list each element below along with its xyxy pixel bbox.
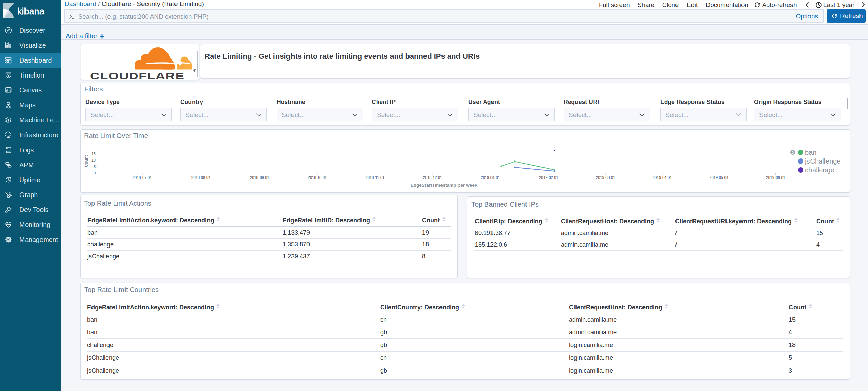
svg-text:2019-03-01: 2019-03-01 (596, 175, 615, 180)
svg-text:2018-09-01: 2018-09-01 (250, 175, 269, 180)
svg-text:2019-05-01: 2019-05-01 (710, 175, 729, 180)
svg-text:2019-02-01: 2019-02-01 (539, 175, 558, 180)
svg-text:2018-11-01: 2018-11-01 (366, 175, 384, 180)
svg-text:2018-12-01: 2018-12-01 (423, 175, 442, 180)
svg-text:10: 10 (91, 158, 96, 162)
svg-text:2019-06-01: 2019-06-01 (766, 175, 785, 180)
svg-text:2018-10-01: 2018-10-01 (308, 175, 327, 180)
svg-text:2018-08-01: 2018-08-01 (191, 175, 211, 180)
svg-text:2019-04-01: 2019-04-01 (653, 175, 672, 180)
svg-text:5: 5 (94, 165, 96, 169)
svg-text:2019-01-01: 2019-01-01 (481, 175, 500, 180)
svg-text:Count: Count (84, 155, 89, 167)
svg-text:15: 15 (91, 152, 96, 156)
svg-text:0: 0 (94, 171, 96, 175)
svg-text:2018-07-01: 2018-07-01 (133, 175, 152, 180)
